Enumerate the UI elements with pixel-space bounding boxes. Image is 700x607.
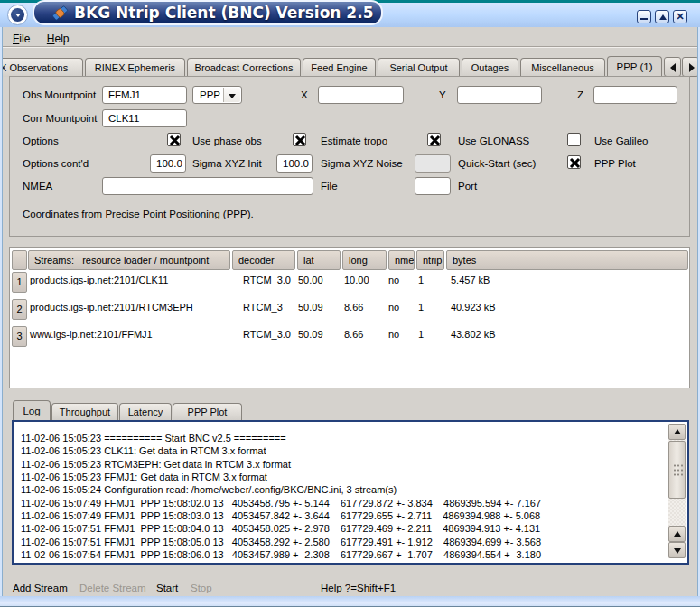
log-line: 11-02-06 15:07:51 FFMJ1 PPP 15:08:04.0 1… (21, 523, 540, 534)
header-streams[interactable]: Streams: resource loader / mountpoint (28, 250, 230, 270)
log-line: 11-02-06 15:07:49 FFMJ1 PPP 15:08:03.0 1… (21, 510, 540, 521)
x-label: X (301, 89, 308, 100)
window-menu-button[interactable] (7, 5, 28, 25)
table-corner-header[interactable] (12, 250, 27, 270)
log-line: 11-02-06 15:05:23 ========== Start BNC v… (21, 433, 286, 444)
tab-outages[interactable]: Outages (462, 58, 518, 77)
use-galileo-checkbox[interactable] (567, 133, 581, 146)
header-decoder[interactable]: decoder (232, 250, 295, 270)
add-stream-button[interactable]: Add Stream (13, 583, 68, 593)
y-label: Y (439, 89, 446, 100)
scroll-down-button[interactable] (668, 542, 686, 558)
title-pill: BKG Ntrip Client (BNC) Version 2.5 (33, 0, 383, 25)
menu-help[interactable]: Help (47, 33, 70, 45)
chevron-down-icon (15, 14, 21, 17)
y-input[interactable] (457, 86, 542, 104)
estimate-tropo-checkbox[interactable] (427, 133, 441, 146)
cell-mountpoint: products.igs-ip.net:2101/CLK11 (30, 275, 168, 285)
corr-mountpoint-input[interactable]: CLK11 (102, 109, 187, 127)
log-line: 11-02-06 15:05:23 CLK11: Get data in RTC… (21, 445, 266, 456)
cell-long: 8.66 (344, 329, 363, 340)
title-bar: BKG Ntrip Client (BNC) Version 2.5 ✕ (0, 0, 700, 27)
quick-start-label: Quick-Start (sec) (458, 158, 536, 169)
tab-rinex-observations[interactable]: RINEX Observations (3, 58, 83, 77)
log-line: 11-02-06 15:05:24 Configuration read: /h… (21, 484, 397, 495)
thumb-grip (673, 463, 683, 476)
quick-start-input[interactable] (415, 154, 451, 173)
header-nmea[interactable]: nmea (388, 250, 415, 270)
tab-rinex-ephemeris[interactable]: RINEX Ephemeris (85, 58, 185, 77)
tab-serial-output[interactable]: Serial Output (378, 58, 460, 77)
header-ntrip[interactable]: ntrip (416, 250, 444, 270)
options-checkbox[interactable] (167, 133, 181, 146)
sigma-xyz-init-input[interactable]: 100.0 (150, 154, 186, 173)
config-tab-bar: RINEX Observations RINEX Ephemeris Broad… (3, 56, 697, 77)
tab-miscellaneous[interactable]: Miscellaneous (520, 58, 605, 77)
z-label: Z (577, 89, 583, 100)
tab-scroll-left-button[interactable] (664, 57, 681, 77)
minimize-icon (640, 18, 648, 20)
sigma-xyz-noise-input[interactable]: 100.0 (276, 154, 313, 173)
tab-ppp[interactable]: PPP (1) (607, 56, 662, 77)
arrow-down-icon (674, 548, 681, 554)
table-row[interactable]: products.igs-ip.net:2101/CLK11 RTCM_3.0 … (10, 275, 689, 294)
nmea-input[interactable] (102, 177, 313, 195)
arrow-up-icon (674, 531, 681, 537)
corr-mountpoint-label: Corr Mountpoint (23, 113, 97, 124)
estimate-tropo-label: Estimate tropo (321, 135, 387, 146)
cell-nmea: no (388, 302, 399, 313)
cell-bytes: 5.457 kB (451, 275, 490, 285)
maximize-icon (659, 14, 667, 20)
tab-log[interactable]: Log (13, 400, 51, 420)
ppp-caption: Coordinates from Precise Point Positioni… (23, 209, 254, 219)
file-input[interactable] (415, 177, 451, 195)
nmea-label: NMEA (23, 181, 52, 191)
use-phase-obs-checkbox[interactable] (293, 133, 306, 146)
tab-ppp-plot[interactable]: PPP Plot (173, 403, 242, 420)
cell-ntrip: 1 (418, 329, 424, 340)
scrollbar-thumb[interactable] (668, 441, 686, 499)
tab-throughput[interactable]: Throughput (51, 403, 118, 420)
maximize-button[interactable] (655, 10, 669, 23)
cell-nmea: no (388, 329, 399, 340)
stop-button[interactable]: Stop (191, 583, 212, 593)
use-galileo-label: Use Galileo (594, 135, 648, 146)
sigma-xyz-noise-label: Sigma XYZ Noise (321, 158, 403, 169)
tab-feed-engine[interactable]: Feed Engine (303, 58, 376, 77)
arrow-left-icon (670, 63, 676, 72)
arrow-right-icon (689, 63, 695, 72)
combo-arrow-icon (229, 94, 236, 98)
use-glonass-label: Use GLONASS (458, 135, 529, 146)
table-row[interactable]: products.igs-ip.net:2101/RTCM3EPH RTCM_3… (10, 302, 689, 322)
z-input[interactable] (593, 86, 677, 104)
port-label: Port (458, 181, 477, 191)
bnc-window: BKG Ntrip Client (BNC) Version 2.5 ✕ Fil… (0, 0, 700, 607)
options-contd-label: Options cont'd (23, 158, 89, 169)
scroll-up-button-2[interactable] (668, 526, 686, 542)
menu-file[interactable]: File (13, 33, 30, 45)
header-bytes[interactable]: bytes (446, 250, 688, 270)
header-long[interactable]: long (342, 250, 387, 270)
table-row[interactable]: www.igs-ip.net:2101/FFMJ1 RTCM_3.0 50.09… (10, 329, 689, 349)
help-shortcut-label: Help ?=Shift+F1 (321, 583, 396, 593)
obs-mountpoint-input[interactable]: FFMJ1 (102, 86, 187, 104)
close-button[interactable]: ✕ (673, 10, 687, 23)
sigma-xyz-init-label: Sigma XYZ Init (192, 158, 262, 169)
tab-broadcast-corrections[interactable]: Broadcast Corrections (187, 58, 301, 77)
log-scrollbar[interactable] (668, 424, 686, 558)
x-input[interactable] (318, 86, 404, 104)
cell-decoder: RTCM_3.0 (243, 329, 291, 340)
start-button[interactable]: Start (156, 583, 178, 593)
ppp-plot-checkbox[interactable] (567, 155, 581, 169)
delete-stream-button[interactable]: Delete Stream (79, 583, 146, 593)
use-phase-obs-label: Use phase obs (192, 135, 262, 146)
ppp-mode-select[interactable]: PPP (192, 86, 242, 104)
cell-ntrip: 1 (418, 302, 424, 313)
tab-scroll-right-button[interactable] (682, 57, 697, 77)
streams-table: Streams: resource loader / mountpoint de… (9, 247, 690, 388)
scroll-up-button[interactable] (668, 424, 686, 440)
log-view[interactable]: 11-02-06 15:05:23 ========== Start BNC v… (12, 420, 689, 565)
minimize-button[interactable] (637, 10, 651, 23)
tab-latency[interactable]: Latency (119, 403, 172, 420)
header-lat[interactable]: lat (297, 250, 341, 270)
